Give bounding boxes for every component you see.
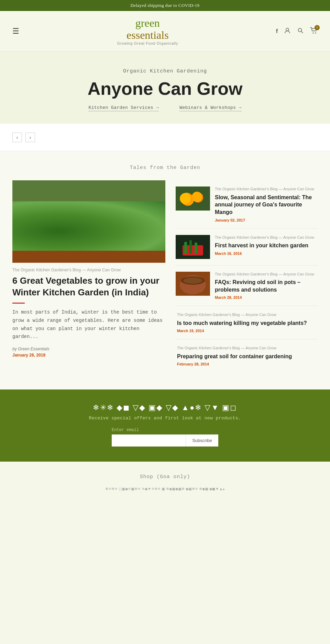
featured-post-excerpt: In most parts of India, winter is the be…	[12, 308, 165, 341]
webinars-workshops-link[interactable]: Webinars & Workshops	[179, 105, 241, 111]
hero-section: Organic Kitchen Gardening Anyone Can Gro…	[0, 52, 330, 124]
side-post-2[interactable]: The Organic Kitchen Gardener's Blog — An…	[176, 229, 318, 265]
side-post-2-content: The Organic Kitchen Gardener's Blog — An…	[215, 235, 318, 259]
featured-post-title: 6 Great Vegetables to grow in your Winte…	[12, 275, 165, 298]
footer-shop: Shop (Goa only) ❄✳❄✳ ◻▣◆✳▣❄✳ ✳◆▼✳❄✳ ▣ ❄◆…	[0, 462, 330, 498]
side-post-3-date: March 28, 2014	[215, 295, 318, 300]
hero-links: Kitchen Garden Services Webinars & Works…	[14, 105, 316, 111]
svg-point-24	[180, 193, 191, 204]
side-post-1[interactable]: The Organic Kitchen Gardener's Blog — An…	[176, 180, 318, 228]
blog-section: Tales from the Garden	[0, 151, 330, 389]
email-input-label: Enter email	[112, 428, 218, 432]
svg-rect-6	[12, 249, 165, 263]
carousel-next-button[interactable]: ›	[25, 133, 35, 142]
side-post-1-image	[176, 187, 210, 211]
svg-point-3	[313, 32, 314, 33]
newsletter-description: Receive special offers and first look at…	[12, 416, 318, 421]
side-post-1-content: The Organic Kitchen Gardener's Blog — An…	[215, 187, 318, 222]
svg-point-10	[48, 216, 79, 247]
newsletter-section: ❄✳❄ ◆◼ ▽◆ ▣◆ ▽◆ ▲●❄ ▽▼ ▣◻ Receive specia…	[0, 389, 330, 462]
side-posts: The Organic Kitchen Gardener's Blog — An…	[176, 180, 318, 372]
side-post-4[interactable]: The Organic Kitchen Gardener's Blog — An…	[176, 306, 318, 339]
top-banner: Delayed shipping due to COVID-19	[0, 0, 330, 11]
hero-subtitle: Organic Kitchen Gardening	[14, 68, 316, 74]
svg-point-26	[192, 192, 202, 202]
side-post-3-image	[176, 272, 210, 296]
side-post-3-source: The Organic Kitchen Gardener's Blog — An…	[215, 272, 318, 277]
svg-point-19	[112, 237, 133, 251]
account-icon[interactable]	[284, 27, 291, 36]
side-post-5[interactable]: The Organic Kitchen Gardener's Blog — An…	[176, 339, 318, 372]
logo-wordmark: green essentials	[117, 17, 178, 41]
logo-tagline: Growing Great Food Organically	[117, 41, 178, 45]
facebook-icon[interactable]: f	[276, 28, 278, 34]
banner-text: Delayed shipping due to COVID-19	[131, 3, 200, 8]
footer-shop-title: Shop (Goa only)	[12, 474, 318, 480]
svg-point-4	[315, 32, 316, 33]
featured-post-source: The Organic Kitchen Gardener's Blog — An…	[12, 268, 165, 272]
email-input[interactable]	[112, 434, 186, 447]
cart-icon[interactable]: 0	[310, 27, 318, 36]
featured-post[interactable]: The Organic Kitchen Gardener's Blog — An…	[12, 180, 165, 372]
site-logo[interactable]: green essentials Growing Great Food Orga…	[117, 17, 178, 45]
side-post-2-source: The Organic Kitchen Gardener's Blog — An…	[215, 235, 318, 240]
svg-rect-29	[184, 242, 187, 254]
side-post-3-content: The Organic Kitchen Gardener's Blog — An…	[215, 272, 318, 300]
hamburger-icon: ☰	[12, 27, 19, 35]
featured-post-date: January 28, 2018	[12, 353, 165, 358]
carousel-prev-button[interactable]: ‹	[12, 133, 22, 142]
side-post-4-content: The Organic Kitchen Gardener's Blog — An…	[176, 312, 318, 333]
carousel-area: ‹ ›	[0, 124, 330, 151]
svg-point-13	[100, 208, 131, 246]
featured-post-author: by Green Essentials	[12, 347, 165, 351]
subscribe-button[interactable]: Subscribe	[186, 434, 218, 447]
logo-green-text: green	[135, 17, 160, 29]
side-post-5-date: February 28, 2014	[177, 362, 318, 366]
svg-point-11	[64, 204, 98, 246]
svg-point-20	[140, 237, 160, 250]
side-post-5-content: The Organic Kitchen Gardener's Blog — An…	[176, 346, 318, 366]
garden-illustration	[12, 180, 165, 263]
svg-point-15	[135, 211, 164, 246]
svg-rect-31	[195, 242, 197, 254]
svg-point-18	[84, 235, 106, 250]
cart-count: 0	[315, 25, 320, 30]
svg-rect-30	[189, 240, 192, 254]
search-icon[interactable]	[297, 27, 304, 36]
svg-point-14	[120, 215, 146, 248]
newsletter-form: Subscribe	[112, 434, 218, 447]
svg-line-2	[301, 31, 303, 33]
side-post-5-title: Preparing great soil for container garde…	[177, 353, 318, 360]
logo-essentials-text: essentials	[126, 29, 169, 41]
side-post-2-image	[176, 235, 210, 259]
svg-rect-5	[12, 180, 165, 263]
side-post-3-title: FAQs: Reviving old soil in pots – proble…	[215, 279, 318, 293]
side-post-1-source: The Organic Kitchen Gardener's Blog — An…	[215, 187, 318, 192]
hero-title: Anyone Can Grow	[14, 78, 316, 99]
blog-layout: The Organic Kitchen Gardener's Blog — An…	[12, 180, 318, 372]
blog-section-title: Tales from the Garden	[12, 165, 318, 171]
svg-point-9	[35, 210, 59, 247]
featured-post-divider	[12, 303, 25, 304]
header-actions: f 0	[276, 27, 318, 36]
newsletter-logo-symbols: ❄✳❄ ◆◼ ▽◆ ▣◆ ▽◆ ▲●❄ ▽▼ ▣◻	[12, 403, 318, 412]
side-post-4-source: The Organic Kitchen Gardener's Blog — An…	[177, 312, 318, 317]
side-post-3[interactable]: The Organic Kitchen Gardener's Blog — An…	[176, 265, 318, 306]
side-post-1-date: January 02, 2017	[215, 218, 318, 222]
svg-point-17	[55, 239, 79, 251]
svg-point-8	[19, 218, 47, 252]
side-post-1-title: Slow, Seasonal and Sentimental: The annu…	[215, 194, 318, 216]
svg-point-35	[183, 278, 202, 284]
header: ☰ green essentials Growing Great Food Or…	[0, 11, 330, 52]
menu-button[interactable]: ☰	[12, 27, 19, 36]
side-post-4-title: Is too much watering killing my vegetabl…	[177, 319, 318, 327]
featured-post-image	[12, 180, 165, 263]
side-post-2-title: First harvest in your kitchen garden	[215, 242, 318, 249]
svg-point-16	[30, 237, 50, 251]
side-post-5-source: The Organic Kitchen Gardener's Blog — An…	[177, 346, 318, 351]
footer-nav-symbols: ❄✳❄✳ ◻▣◆✳▣❄✳ ✳◆▼✳❄✳ ▣ ❄◆▣◆▣❄ ◆▣❄✳ ❄◆▣ ◆◼…	[12, 487, 318, 491]
svg-rect-7	[12, 246, 165, 252]
kitchen-garden-services-link[interactable]: Kitchen Garden Services	[88, 105, 159, 111]
side-post-4-date: March 19, 2014	[177, 329, 318, 333]
svg-point-12	[85, 213, 112, 247]
